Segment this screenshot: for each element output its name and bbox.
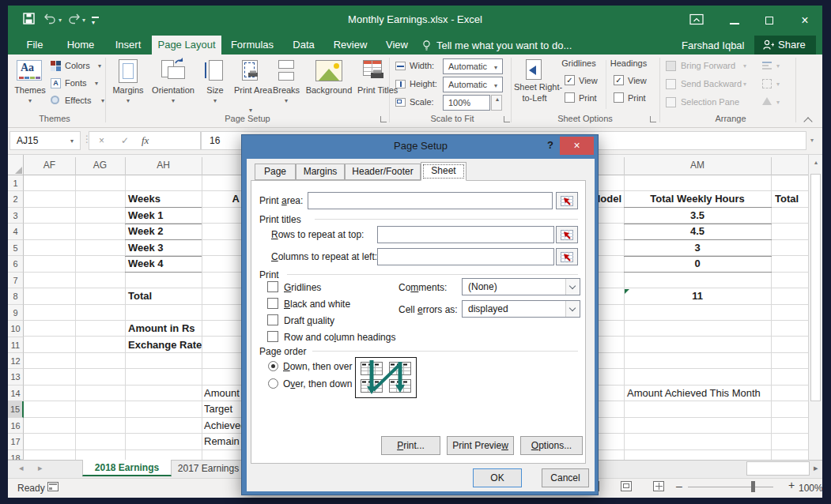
- row-header-1[interactable]: 1: [8, 175, 24, 191]
- print-area-button[interactable]: Print Area ▾: [232, 57, 269, 117]
- bring-forward-label[interactable]: Bring Forward: [681, 61, 735, 70]
- down-then-over-radio[interactable]: [268, 361, 278, 371]
- dialog-tab-margins[interactable]: Margins: [296, 164, 345, 180]
- dialog-tab-sheet-active[interactable]: Sheet: [421, 162, 466, 181]
- column-header-ag[interactable]: AG: [75, 160, 125, 171]
- cell-week3[interactable]: Week 3: [128, 242, 164, 254]
- margins-button[interactable]: Margins ▾: [109, 57, 147, 117]
- expand-formula-bar-icon[interactable]: ▾: [810, 137, 814, 144]
- over-then-down-radio[interactable]: [268, 378, 278, 389]
- tab-view[interactable]: View: [378, 36, 416, 55]
- cell-week4[interactable]: Week 4: [128, 258, 164, 269]
- dialog-tab-header-footer[interactable]: Header/Footer: [345, 164, 421, 180]
- dialog-help-icon[interactable]: ?: [547, 139, 553, 151]
- cell-errors-combobox[interactable]: displayed: [462, 300, 580, 318]
- cell-right-total[interactable]: Total: [775, 193, 808, 205]
- cell-hours-week4[interactable]: 0: [624, 258, 771, 269]
- undo-button[interactable]: [43, 13, 56, 28]
- tell-me-label[interactable]: Tell me what you want to do...: [436, 39, 572, 51]
- ribbon-display-options-button[interactable]: [689, 13, 704, 29]
- print-titles-button[interactable]: Print Titles: [356, 57, 389, 117]
- tab-review[interactable]: Review: [327, 36, 373, 55]
- quick-access-customize-chevron-icon[interactable]: ▾: [92, 20, 95, 26]
- cell-hours-total[interactable]: 11: [624, 290, 771, 302]
- row-header-16[interactable]: 16: [8, 418, 24, 434]
- gridlines-print-checkbox[interactable]: [565, 92, 575, 103]
- print-area-input[interactable]: [308, 192, 553, 209]
- draft-quality-checkbox[interactable]: [267, 314, 278, 325]
- row-header-10[interactable]: 10: [8, 321, 24, 337]
- cell-achieved[interactable]: Achieved: [204, 419, 241, 431]
- ok-button[interactable]: OK: [473, 468, 522, 487]
- gridlines-print-checkbox-dialog[interactable]: [267, 281, 278, 292]
- tab-home[interactable]: Home: [59, 36, 103, 55]
- tab-page-layout-active[interactable]: Page Layout: [152, 36, 221, 55]
- cell-amount[interactable]: Amount: [204, 387, 241, 399]
- row-header-7[interactable]: 7: [8, 273, 24, 288]
- row-header-17[interactable]: 17: [8, 434, 24, 450]
- page-setup-dialog-launcher[interactable]: [380, 116, 387, 122]
- column-header-af[interactable]: AF: [24, 160, 75, 171]
- sheet-rtl-button[interactable]: Sheet Right- to-Left: [514, 57, 555, 117]
- dialog-close-button[interactable]: ×: [560, 137, 594, 155]
- scale-height-combo[interactable]: Automatic ▾: [443, 77, 503, 92]
- print-area-collapse-button[interactable]: [556, 192, 578, 209]
- row-header-18[interactable]: 18: [8, 450, 24, 460]
- page-break-view-button[interactable]: [653, 481, 664, 491]
- vertical-scroll-thumb[interactable]: [810, 174, 821, 401]
- headings-view-checkbox[interactable]: ✓: [614, 75, 624, 85]
- row-header-3[interactable]: 3: [8, 208, 24, 224]
- minimize-button[interactable]: [718, 6, 751, 36]
- quick-access-customize-icon[interactable]: [92, 17, 99, 18]
- background-button[interactable]: Background: [304, 57, 354, 117]
- row-col-headings-checkbox[interactable]: [267, 331, 278, 342]
- scale-width-combo[interactable]: Automatic ▾: [443, 58, 503, 74]
- black-and-white-checkbox[interactable]: [267, 298, 278, 309]
- cell-exchange-rate[interactable]: Exchange Rate: [128, 339, 202, 351]
- headings-print-checkbox[interactable]: [614, 92, 624, 103]
- cell-amount-achieved[interactable]: Amount Achieved This Month: [627, 387, 761, 399]
- cell-hours-week1[interactable]: 3.5: [624, 209, 771, 221]
- macro-record-icon[interactable]: [47, 482, 59, 491]
- cell-total[interactable]: Total: [128, 290, 152, 302]
- cols-repeat-input[interactable]: [377, 248, 554, 265]
- scale-spin-up-icon[interactable]: ▴: [492, 96, 503, 103]
- redo-dropdown-icon[interactable]: ▾: [82, 17, 85, 24]
- cell-target[interactable]: Target: [204, 403, 241, 415]
- row-header-9[interactable]: 9: [8, 305, 24, 321]
- zoom-out-icon[interactable]: –: [676, 480, 682, 492]
- tab-formulas[interactable]: Formulas: [225, 36, 280, 55]
- themes-button[interactable]: Aa Themes ▾: [13, 57, 47, 117]
- vertical-scrollbar[interactable]: ▴: [808, 155, 822, 460]
- scale-dialog-launcher[interactable]: [504, 116, 510, 122]
- comments-combobox[interactable]: (None): [462, 278, 580, 295]
- zoom-in-icon[interactable]: +: [788, 479, 795, 491]
- confirm-entry-icon[interactable]: ✓: [121, 135, 129, 146]
- row-header-8[interactable]: 8: [8, 288, 24, 305]
- row-header-14[interactable]: 14: [8, 386, 24, 401]
- redo-button[interactable]: [68, 13, 81, 28]
- page-layout-view-button[interactable]: [621, 481, 632, 491]
- rows-repeat-input[interactable]: [377, 226, 554, 243]
- comments-combo-button[interactable]: [565, 279, 580, 295]
- cell-weeks[interactable]: Weeks: [128, 193, 161, 205]
- size-button[interactable]: Size ▾: [199, 57, 231, 117]
- cell-week2[interactable]: Week 2: [128, 225, 164, 237]
- scroll-up-icon[interactable]: ▴: [809, 160, 823, 166]
- selection-pane-label[interactable]: Selection Pane: [681, 97, 739, 107]
- select-all-corner[interactable]: [8, 155, 24, 175]
- print-preview-button[interactable]: Print Preview: [447, 436, 514, 455]
- cell-week1[interactable]: Week 1: [128, 209, 164, 221]
- row-header-12[interactable]: 12: [8, 353, 24, 369]
- orientation-button[interactable]: Orientation ▾: [150, 57, 196, 117]
- cell-remaining[interactable]: Remain: [204, 435, 241, 447]
- sheet-options-dialog-launcher[interactable]: [650, 116, 656, 122]
- signed-in-user[interactable]: Farshad Iqbal: [682, 39, 745, 51]
- cols-repeat-collapse-button[interactable]: [556, 248, 578, 265]
- gridlines-view-checkbox[interactable]: ✓: [565, 75, 575, 85]
- insert-function-icon[interactable]: fx: [142, 134, 149, 147]
- rows-repeat-collapse-button[interactable]: [556, 226, 578, 243]
- row-header-5[interactable]: 5: [8, 240, 24, 256]
- row-header-15-selected[interactable]: 15: [8, 401, 24, 418]
- print-button[interactable]: Print...: [381, 436, 440, 455]
